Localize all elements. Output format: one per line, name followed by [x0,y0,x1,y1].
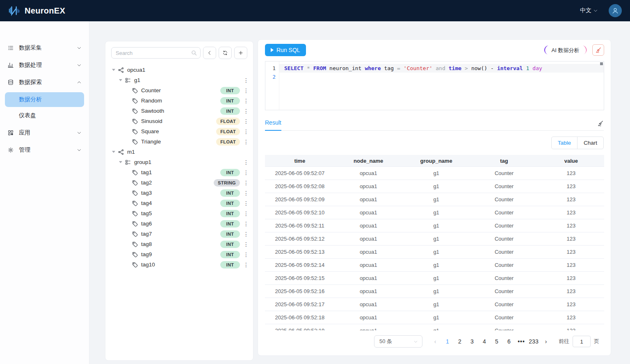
page-button-5[interactable]: 5 [491,336,502,347]
sidebar-item-label: 数据采集 [19,44,42,52]
tree-tag-row[interactable]: tag6 INT ⋮ [111,218,250,229]
page-button-3[interactable]: 3 [466,336,478,347]
node-label: m1 [127,149,135,155]
kebab-menu-icon[interactable]: ⋮ [242,241,250,248]
page-button-last[interactable]: 233 [528,336,539,347]
table-row: 2025-06-05 09:52:13 opcua1 g1 Counter 12… [265,246,604,259]
tree-tag-row[interactable]: tag5 INT ⋮ [111,208,250,218]
sidebar-item-data-collection[interactable]: 数据采集 [0,39,89,57]
sql-editor[interactable]: 1 2 SELECT*FROMneuron_intwheretag='Count… [265,61,604,110]
next-page-button[interactable]: › [540,336,552,347]
tree-tag-row[interactable]: tag9 INT ⋮ [111,249,250,259]
kebab-menu-icon[interactable]: ⋮ [242,200,250,207]
tree-tag-row[interactable]: Sinusoid FLOAT ⋮ [111,116,250,126]
caret-down-icon[interactable] [119,79,125,81]
clear-editor-button[interactable] [592,44,604,56]
clear-result-button[interactable] [597,120,604,130]
collapse-panel-button[interactable] [203,47,216,59]
column-header: value [538,155,604,166]
tree-group-row[interactable]: g1 ⋮ [111,75,250,85]
neuronex-logo-icon [8,5,21,17]
table-row: 2025-06-05 09:52:19 opcua1 g1 Counter 12… [265,324,604,330]
avatar[interactable] [609,4,622,17]
caret-down-icon[interactable] [119,161,125,163]
line-number: 2 [265,73,276,81]
kebab-menu-icon[interactable]: ⋮ [242,251,250,258]
more-pages-icon[interactable]: ••• [516,336,527,347]
kebab-menu-icon[interactable]: ⋮ [242,221,250,227]
kebab-menu-icon[interactable]: ⋮ [242,118,250,125]
toggle-table[interactable]: Table [552,137,578,149]
refresh-button[interactable] [219,47,232,59]
column-header: time [265,155,335,166]
table-row: 2025-06-05 09:52:16 opcua1 g1 Counter 12… [265,285,604,298]
tree-tag-row[interactable]: Sawtooth INT ⋮ [111,106,250,116]
column-header: tag [470,155,538,166]
tree-tag-row[interactable]: Counter INT ⋮ [111,85,250,96]
ai-analysis-button[interactable]: AI 数据分析 [544,46,587,55]
tag-icon [132,169,138,176]
tree-tag-row[interactable]: tag4 INT ⋮ [111,198,250,208]
chevron-down-icon [77,130,82,135]
type-badge: FLOAT [216,118,240,125]
tag-label: Sinusoid [141,118,162,124]
tree-tag-row[interactable]: tag3 INT ⋮ [111,188,250,198]
caret-down-icon[interactable] [112,69,118,71]
sidebar-item-data-analysis[interactable]: 数据分析 [5,92,84,107]
node-label: opcua1 [127,67,145,73]
tag-icon [132,118,138,125]
sidebar-item-dashboard[interactable]: 仪表盘 [5,108,84,123]
sidebar-item-label: 数据处理 [19,61,42,69]
kebab-menu-icon[interactable]: ⋮ [242,180,250,186]
table-row: 2025-06-05 09:52:17 opcua1 g1 Counter 12… [265,298,604,311]
page-button-1[interactable]: 1 [442,336,453,347]
column-header: node_name [335,155,402,166]
caret-down-icon[interactable] [112,151,118,153]
prev-page-button[interactable]: ‹ [429,336,441,347]
tree-node-row[interactable]: opcua1 [111,65,250,75]
page-button-6[interactable]: 6 [503,336,515,347]
kebab-menu-icon[interactable]: ⋮ [242,108,250,114]
tree-tag-row[interactable]: tag1 INT ⋮ [111,167,250,177]
sidebar-item-applications[interactable]: 应用 [0,124,89,141]
goto-page-input[interactable] [573,336,591,347]
run-sql-button[interactable]: Run SQL [265,44,306,56]
tree-tag-row[interactable]: tag10 INT ⋮ [111,259,250,270]
sidebar-item-data-processing[interactable]: 数据处理 [0,57,89,74]
tree-tag-row[interactable]: Random INT ⋮ [111,96,250,106]
kebab-menu-icon[interactable]: ⋮ [242,210,250,217]
kebab-menu-icon[interactable]: ⋮ [242,262,250,268]
add-button[interactable] [234,47,247,59]
editor-scrollbar-thumb[interactable] [600,62,603,65]
toggle-chart[interactable]: Chart [578,137,603,149]
sidebar-item-management[interactable]: 管理 [0,141,89,159]
tree-group-row[interactable]: group1 ⋮ [111,157,250,167]
page-button-2[interactable]: 2 [454,336,466,347]
tag-icon [132,128,138,135]
kebab-menu-icon[interactable]: ⋮ [242,98,250,104]
kebab-menu-icon[interactable]: ⋮ [242,190,250,196]
language-switcher[interactable]: 中文 [580,7,598,14]
page-size-select[interactable]: 50 条 [374,335,422,348]
page-button-4[interactable]: 4 [479,336,490,347]
kebab-menu-icon[interactable]: ⋮ [242,87,250,94]
kebab-menu-icon[interactable]: ⋮ [242,231,250,237]
sidebar-item-data-exploration[interactable]: 数据探索 [0,74,89,91]
tree-tag-row[interactable]: tag8 INT ⋮ [111,239,250,249]
kebab-menu-icon[interactable]: ⋮ [242,128,250,135]
kebab-menu-icon[interactable]: ⋮ [242,169,250,176]
kebab-menu-icon[interactable]: ⋮ [242,159,250,166]
tag-label: tag3 [141,190,152,196]
kebab-menu-icon[interactable]: ⋮ [242,139,250,145]
tag-label: tag5 [141,210,152,216]
search-input[interactable] [111,47,201,59]
pagination: 50 条 ‹ 1 2 3 4 5 6 ••• 233 › 前往 页 [258,330,611,348]
kebab-menu-icon[interactable]: ⋮ [242,77,250,84]
tag-icon [132,210,138,217]
tree-tag-row[interactable]: tag2 STRING ⋮ [111,177,250,188]
tab-result[interactable]: Result [265,119,281,131]
tree-tag-row[interactable]: tag7 INT ⋮ [111,229,250,239]
tree-node-row[interactable]: m1 [111,147,250,157]
tree-tag-row[interactable]: Square FLOAT ⋮ [111,126,250,136]
tree-tag-row[interactable]: Triangle FLOAT ⋮ [111,136,250,147]
